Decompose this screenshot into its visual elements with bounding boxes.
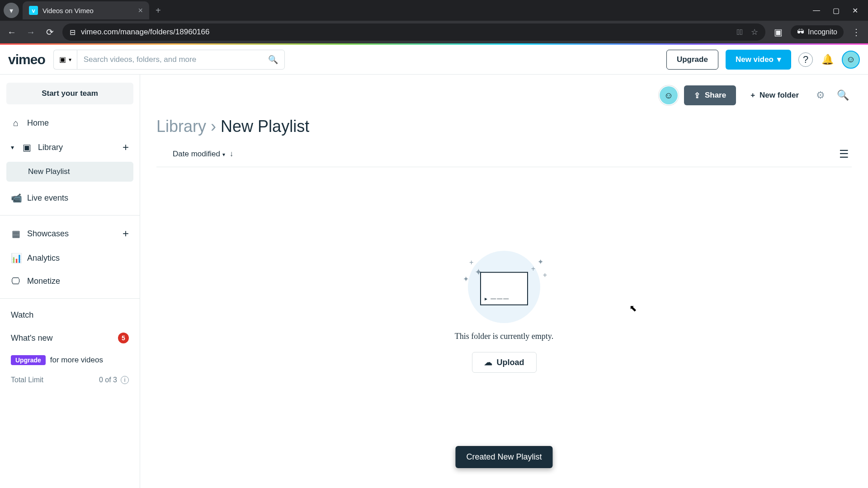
- sparkle-icon: +: [543, 271, 547, 279]
- chevron-down-icon: ▾: [222, 151, 225, 158]
- close-icon[interactable]: ×: [138, 6, 143, 15]
- plus-icon: +: [750, 91, 755, 100]
- notifications-icon[interactable]: 🔔: [820, 52, 835, 67]
- whats-new-badge: 5: [118, 333, 129, 343]
- collaborator-avatar[interactable]: ☺: [660, 86, 678, 104]
- divider: [0, 298, 140, 299]
- address-bar: ← → ⟳ ⊟ vimeo.com/manage/folders/1896016…: [0, 21, 868, 43]
- url-field[interactable]: ⊟ vimeo.com/manage/folders/18960166 👁̸ ☆: [62, 23, 765, 41]
- search-icon[interactable]: 🔍: [834, 89, 852, 101]
- minimize-icon[interactable]: —: [813, 6, 820, 15]
- search-icon[interactable]: 🔍: [268, 55, 278, 65]
- list-view-toggle[interactable]: ☰: [839, 148, 852, 160]
- sidebar-item-live-events[interactable]: 📹 Live events: [6, 187, 133, 209]
- sparkle-icon: ✦: [538, 258, 543, 266]
- sidebar-label: Live events: [27, 193, 68, 203]
- browser-menu-icon[interactable]: ⋮: [850, 27, 863, 38]
- maximize-icon[interactable]: ▢: [833, 6, 840, 15]
- site-info-icon[interactable]: ⊟: [70, 28, 75, 37]
- new-tab-button[interactable]: +: [149, 5, 167, 16]
- upload-label: Upload: [497, 358, 524, 367]
- browser-tab[interactable]: v Videos on Vimeo ×: [23, 1, 149, 19]
- close-window-icon[interactable]: ✕: [852, 6, 858, 15]
- share-label: Share: [705, 91, 726, 100]
- search-box: 🔍: [77, 50, 285, 70]
- sidebar-item-analytics[interactable]: 📊 Analytics: [6, 247, 133, 269]
- sidebar: Start your team ⌂ Home ▾ ▣ Library + New…: [0, 75, 140, 488]
- user-avatar[interactable]: ☺: [842, 51, 860, 69]
- sidebar-item-home[interactable]: ⌂ Home: [6, 113, 133, 134]
- sidebar-label: Library: [38, 143, 63, 152]
- side-panel-icon[interactable]: ▣: [772, 27, 784, 38]
- new-folder-label: New folder: [760, 91, 799, 100]
- sidebar-item-watch[interactable]: Watch: [6, 305, 133, 325]
- home-icon: ⌂: [11, 118, 21, 128]
- sparkle-icon: +: [531, 265, 535, 273]
- sidebar-label: Monetize: [27, 277, 60, 286]
- forward-button[interactable]: →: [24, 27, 37, 38]
- new-video-label: New video: [736, 55, 774, 64]
- sidebar-item-whats-new[interactable]: What's new 5: [6, 327, 133, 349]
- sidebar-label: Watch: [11, 310, 33, 320]
- tab-bar: ▾ v Videos on Vimeo × + — ▢ ✕: [0, 0, 868, 21]
- chevron-down-icon: ▾: [777, 55, 781, 64]
- upload-button[interactable]: ☁ Upload: [472, 352, 537, 373]
- bookmark-icon[interactable]: ☆: [751, 27, 758, 37]
- reload-button[interactable]: ⟳: [43, 27, 56, 38]
- add-showcase-button[interactable]: +: [123, 227, 129, 240]
- upgrade-promo[interactable]: Upgrade for more videos: [6, 351, 133, 370]
- start-team-button[interactable]: Start your team: [6, 83, 133, 104]
- monitor-icon: 🖵: [11, 276, 21, 286]
- share-button[interactable]: ⇪ Share: [684, 85, 736, 105]
- empty-state-text: This folder is currently empty.: [455, 332, 553, 341]
- incognito-badge[interactable]: 🕶 Incognito: [791, 25, 844, 39]
- tracking-blocked-icon[interactable]: 👁̸: [737, 28, 743, 37]
- sort-direction-button[interactable]: ↓: [230, 150, 234, 159]
- help-icon[interactable]: ?: [798, 52, 813, 67]
- divider: [0, 215, 140, 216]
- sort-row: Date modified ▾ ↓ ☰: [156, 144, 852, 167]
- sidebar-label: What's new: [11, 333, 52, 343]
- sidebar-item-monetize[interactable]: 🖵 Monetize: [6, 271, 133, 292]
- add-to-library-button[interactable]: +: [123, 141, 129, 154]
- url-text: vimeo.com/manage/folders/18960166: [81, 28, 209, 37]
- breadcrumb-root[interactable]: Library: [156, 117, 206, 136]
- info-icon[interactable]: i: [121, 376, 129, 384]
- upgrade-button[interactable]: Upgrade: [666, 50, 718, 70]
- window-controls: — ▢ ✕: [813, 6, 864, 15]
- analytics-icon: 📊: [11, 253, 21, 263]
- chevron-down-icon: ▾: [9, 6, 13, 15]
- breadcrumb-current: New Playlist: [221, 117, 309, 136]
- sidebar-label: Showcases: [27, 229, 69, 239]
- vimeo-favicon-icon: v: [29, 6, 38, 15]
- search-group: ▣ ▾ 🔍: [53, 50, 285, 70]
- share-icon: ⇪: [694, 91, 700, 100]
- app-body: Start your team ⌂ Home ▾ ▣ Library + New…: [0, 75, 868, 488]
- chevron-down-icon: ▾: [69, 56, 71, 63]
- vimeo-logo[interactable]: vimeo: [8, 52, 45, 67]
- back-button[interactable]: ←: [5, 27, 18, 38]
- upgrade-pill: Upgrade: [11, 355, 46, 365]
- sidebar-item-showcases[interactable]: ▦ Showcases +: [6, 222, 133, 245]
- settings-icon[interactable]: ⚙: [813, 89, 828, 101]
- upgrade-text: for more videos: [50, 356, 103, 365]
- browser-chrome: ▾ v Videos on Vimeo × + — ▢ ✕ ← → ⟳ ⊟ vi…: [0, 0, 868, 45]
- incognito-label: Incognito: [808, 28, 837, 36]
- sort-dropdown[interactable]: Date modified ▾: [173, 150, 225, 159]
- sidebar-item-new-playlist[interactable]: New Playlist: [6, 162, 133, 182]
- upload-icon: ☁: [484, 357, 492, 367]
- new-video-button[interactable]: New video ▾: [726, 50, 791, 70]
- app-header: vimeo ▣ ▾ 🔍 Upgrade New video ▾ ? 🔔 ☺: [0, 45, 868, 75]
- chevron-down-icon[interactable]: ▾: [11, 144, 18, 151]
- search-input[interactable]: [84, 55, 268, 64]
- video-frame-icon: ▣: [59, 55, 66, 64]
- new-folder-button[interactable]: + New folder: [742, 85, 807, 105]
- sidebar-item-library[interactable]: ▾ ▣ Library +: [6, 136, 133, 159]
- empty-folder-illustration: ✦ + ✦ + ✦ +: [461, 253, 547, 321]
- search-category-selector[interactable]: ▣ ▾: [53, 50, 77, 70]
- sparkle-icon: +: [469, 258, 473, 267]
- main-content: ☺ ⇪ Share + New folder ⚙ 🔍 Library › New…: [140, 75, 868, 488]
- incognito-icon: 🕶: [797, 28, 804, 36]
- tab-search-button[interactable]: ▾: [4, 3, 19, 18]
- breadcrumb: Library › New Playlist: [156, 117, 852, 136]
